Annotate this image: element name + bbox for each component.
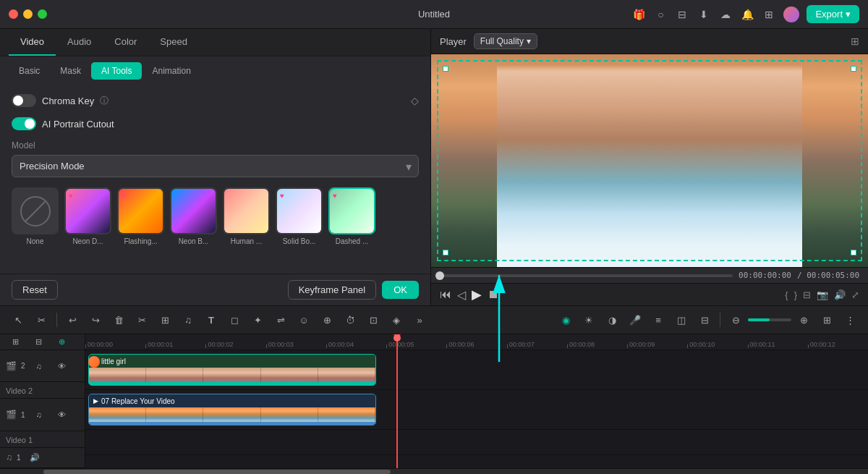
zoom-fit[interactable]: ⊡	[364, 310, 383, 329]
effect-flashing[interactable]: ♥ Flashing...	[117, 187, 164, 245]
ok-button[interactable]: OK	[382, 281, 419, 299]
video-area	[431, 54, 868, 267]
audio1-mute-icon[interactable]: 🔊	[25, 448, 44, 467]
diamond-icon[interactable]: ◇	[411, 95, 419, 106]
grid-view-icon[interactable]: ⊞	[851, 35, 859, 47]
video2-audio-icon[interactable]: ♫	[30, 357, 48, 376]
keyframe-panel-button[interactable]: Keyframe Panel	[288, 280, 377, 300]
effect-solid-b[interactable]: ♥ Solid Bo...	[276, 187, 323, 245]
video1-eye-icon[interactable]: 👁	[53, 405, 72, 424]
crop-button[interactable]: ⊞	[156, 310, 174, 329]
tab-speed[interactable]: Speed	[148, 29, 199, 56]
chroma-key-info-icon[interactable]: ⓘ	[100, 95, 109, 107]
delete-button[interactable]: 🗑	[109, 310, 128, 329]
bracket-left-icon[interactable]: {	[785, 289, 788, 300]
sub-tab-basic[interactable]: Basic	[9, 62, 50, 80]
split-icon[interactable]: ⊟	[803, 289, 811, 300]
more-options[interactable]: ⋮	[841, 310, 859, 329]
speaker-tool[interactable]: ⊟	[695, 310, 714, 329]
add-track-icon[interactable]: ⊞	[6, 333, 25, 352]
progress-bar[interactable]	[440, 274, 733, 277]
track-label-video2: 🎬 2 ♫ 👁	[0, 350, 85, 382]
color-grade-tool[interactable]: ☀	[579, 310, 598, 329]
in-point-marker[interactable]	[88, 356, 100, 368]
magnet-icon[interactable]: ⊕	[52, 333, 71, 352]
cloud-icon[interactable]: ☁	[718, 7, 733, 22]
more-tools[interactable]: »	[410, 310, 429, 329]
download-icon[interactable]: ⬇	[697, 7, 711, 22]
zoom-in-icon[interactable]: ⊕	[794, 310, 813, 329]
maximize-button[interactable]	[38, 9, 47, 19]
effect-human[interactable]: Human ...	[223, 187, 270, 245]
cut-tool[interactable]: ✂	[32, 310, 51, 329]
effect-neon-b[interactable]: Neon B...	[170, 187, 217, 245]
select-tool[interactable]: ↖	[9, 310, 27, 329]
transition-tool[interactable]: ⇌	[271, 310, 290, 329]
timer-tool[interactable]: ⏱	[341, 310, 359, 329]
timeline-scrollbar[interactable]	[0, 468, 868, 474]
heart-icon: ♥	[333, 192, 337, 200]
zoom-out-icon[interactable]: ⊖	[726, 310, 745, 329]
ai-tool[interactable]: ◫	[672, 310, 691, 329]
tab-audio[interactable]: Audio	[56, 29, 103, 56]
volume-icon[interactable]: 🔊	[834, 289, 846, 300]
scissors-button[interactable]: ✂	[132, 310, 151, 329]
track-options-icon[interactable]: ⊟	[29, 333, 48, 352]
gift-icon[interactable]: 🎁	[631, 7, 646, 22]
bracket-right-icon[interactable]: }	[794, 289, 797, 300]
stabilize-tool[interactable]: ◉	[556, 310, 575, 329]
zoom-control: ⊖ ⊕	[726, 310, 813, 329]
apps-icon[interactable]: ⊞	[762, 7, 776, 22]
effect-dashed[interactable]: ♥ Dashed ...	[328, 187, 375, 245]
overlay-tool[interactable]: ⊕	[318, 310, 336, 329]
chroma-key-toggle[interactable]	[12, 94, 36, 107]
close-button[interactable]	[9, 9, 18, 19]
export-button[interactable]: Export ▾	[807, 5, 859, 23]
play-button[interactable]: ▶	[472, 287, 482, 302]
emoji-tool[interactable]: ☺	[294, 310, 313, 329]
reset-button[interactable]: Reset	[12, 280, 58, 300]
skip-back-button[interactable]: ⏮	[440, 288, 451, 301]
devices-icon[interactable]: ⊟	[675, 7, 689, 22]
minimize-button[interactable]	[23, 9, 33, 19]
screenshot-icon[interactable]: 📷	[817, 289, 828, 300]
video2-eye-icon[interactable]: 👁	[53, 357, 72, 376]
quality-select[interactable]: Full Quality ▾	[474, 33, 537, 49]
tab-color[interactable]: Color	[103, 29, 148, 56]
effects-tool[interactable]: ✦	[248, 310, 267, 329]
redo-button[interactable]: ↪	[86, 310, 105, 329]
ruler-mark-2: 00:00:02	[205, 341, 265, 348]
avatar[interactable]	[783, 7, 799, 22]
clip-video1[interactable]: ▶ 07 Replace Your Video	[88, 394, 376, 426]
caption-tool[interactable]: ≡	[649, 310, 668, 329]
ai-portrait-toggle[interactable]	[12, 117, 36, 130]
audio-mixer-tool[interactable]: ◑	[603, 310, 621, 329]
shape-tool[interactable]: ◻	[225, 310, 244, 329]
bell-icon[interactable]: 🔔	[740, 7, 754, 22]
effect-neon-d[interactable]: ♥ Neon D...	[64, 187, 111, 245]
sub-tab-ai-tools[interactable]: AI Tools	[91, 62, 142, 80]
video2-num: 2	[21, 362, 25, 370]
sub-tab-mask[interactable]: Mask	[50, 62, 91, 80]
progress-knob[interactable]	[435, 271, 444, 280]
audio-tool[interactable]: ♫	[179, 310, 197, 329]
profile-icon[interactable]: ○	[653, 7, 668, 22]
clip-video2[interactable]: ▶ little girl	[88, 354, 376, 386]
tab-video[interactable]: Video	[9, 29, 56, 56]
frame-back-button[interactable]: ◁	[457, 288, 466, 302]
text-tool[interactable]: T	[202, 310, 221, 329]
color-tool[interactable]: ◈	[387, 310, 406, 329]
effect-none[interactable]: None	[12, 187, 59, 245]
sub-tab-animation[interactable]: Animation	[142, 62, 200, 80]
fullscreen-icon[interactable]: ⤢	[851, 289, 859, 300]
model-select[interactable]: Precision Mode Standard Mode Fast Mode	[12, 155, 419, 177]
undo-button[interactable]: ↩	[63, 310, 82, 329]
layout-toggle[interactable]: ⊞	[817, 310, 836, 329]
video1-audio-icon[interactable]: ♫	[30, 405, 48, 424]
ai-portrait-label: AI Portrait Cutout	[42, 119, 114, 130]
scrollbar-thumb[interactable]	[43, 470, 391, 474]
stop-button[interactable]: ⏹	[488, 288, 499, 301]
mic-tool[interactable]: 🎤	[626, 310, 644, 329]
playhead[interactable]	[396, 334, 398, 468]
zoom-slider[interactable]	[748, 318, 791, 321]
